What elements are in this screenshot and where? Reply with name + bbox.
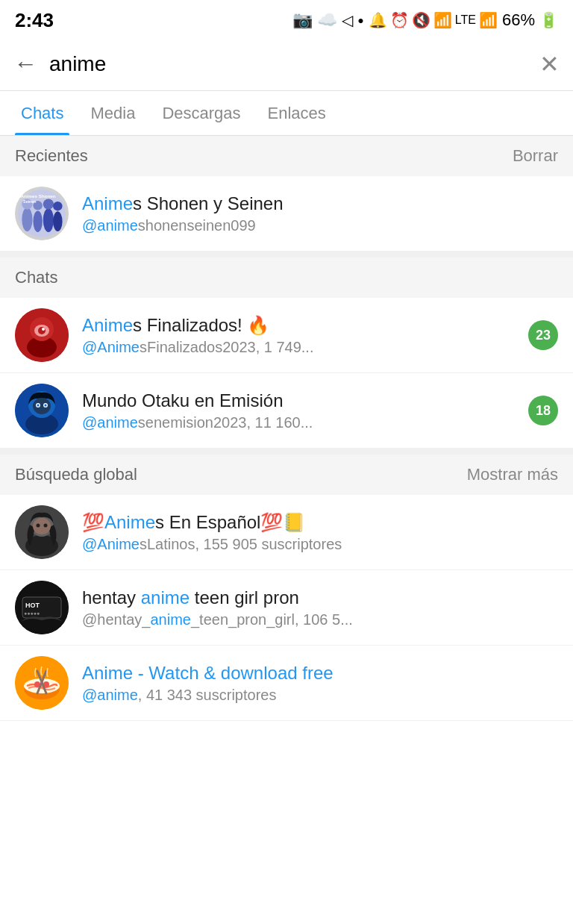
tab-chats[interactable]: Chats (7, 92, 77, 135)
bell-icon: 🔔 (369, 11, 387, 29)
tab-descargas[interactable]: Descargas (148, 92, 254, 135)
svg-point-20 (33, 398, 51, 414)
chats-header: Chats (0, 257, 573, 298)
chats-divider (0, 252, 573, 257)
avatar-otaku (15, 384, 69, 437)
svg-point-28 (33, 518, 51, 534)
avatar-bowl (15, 656, 69, 710)
finalizados-sub: @AnimesFinalizados2023, 1 749... (82, 339, 521, 356)
avatar-hentay: HOT ●●●●● (15, 581, 69, 634)
svg-point-6 (43, 199, 54, 209)
espanol-sub: @AnimesLatinos, 155 905 suscriptores (82, 536, 558, 553)
tabs-bar: Chats Media Descargas Enlaces (0, 91, 573, 136)
avatar-shonen: Animes Shonen Seinen (15, 187, 69, 240)
list-item-anime-watch[interactable]: Anime - Watch & download free @anime, 41… (0, 646, 573, 721)
list-item-shonen[interactable]: Animes Shonen Seinen Animes Shonen y Sei… (0, 176, 573, 252)
shonen-sub: @animeshonenseinen099 (82, 217, 558, 234)
battery-icon: 🔋 (539, 11, 558, 29)
global-search-header: Búsqueda global Mostrar más (0, 455, 573, 495)
svg-point-23 (37, 405, 40, 407)
shonen-content: Animes Shonen y Seinen @animeshonenseine… (82, 193, 558, 234)
anime-watch-content: Anime - Watch & download free @anime, 41… (82, 663, 558, 704)
svg-text:HOT: HOT (25, 602, 40, 609)
shonen-avatar-image: Animes Shonen Seinen (18, 187, 66, 240)
battery-level: 66% (502, 10, 535, 30)
otaku-name: Mundo Otaku en Emisión (82, 390, 521, 411)
otaku-avatar-image (15, 384, 69, 437)
finalizados-avatar-image (15, 308, 69, 362)
search-bar: ← ✕ (0, 37, 573, 91)
anime-watch-name: Anime - Watch & download free (82, 663, 558, 684)
chats-title: Chats (15, 268, 57, 287)
list-item-hentay[interactable]: HOT ●●●●● hentay anime teen girl pron @h… (0, 570, 573, 646)
status-time: 2:43 (15, 9, 54, 32)
svg-point-24 (45, 405, 47, 407)
list-item-finalizados[interactable]: Animes Finalizados! 🔥 @AnimesFinalizados… (0, 298, 573, 373)
avatar-100animes (15, 505, 69, 559)
list-item-espanol[interactable]: 💯Animes En Español💯📒 @AnimesLatinos, 155… (0, 495, 573, 570)
hentay-avatar-image: HOT ●●●●● (15, 581, 69, 634)
hentay-content: hentay anime teen girl pron @hentay_anim… (82, 587, 558, 628)
mostrar-mas-button[interactable]: Mostrar más (467, 465, 558, 484)
recientes-title: Recientes (15, 146, 88, 166)
camera-icon: 📷 (292, 10, 313, 30)
finalizados-content: Animes Finalizados! 🔥 @AnimesFinalizados… (82, 315, 521, 356)
back-button[interactable]: ← (13, 50, 37, 78)
hentay-sub: @hentay_anime_teen_pron_girl, 106 5... (82, 611, 558, 628)
search-input-wrapper[interactable] (49, 52, 527, 76)
search-input[interactable] (49, 52, 527, 76)
svg-point-30 (44, 524, 48, 528)
espanol-name: 💯Animes En Español💯📒 (82, 512, 558, 533)
borrar-button[interactable]: Borrar (513, 146, 558, 166)
finalizados-badge: 23 (528, 320, 558, 350)
tab-enlaces[interactable]: Enlaces (254, 92, 339, 135)
svg-text:Animes Shonen: Animes Shonen (21, 193, 56, 199)
avatar-finalizados (15, 308, 69, 362)
espanol-avatar-image (15, 505, 69, 559)
svg-point-5 (43, 208, 54, 232)
svg-text:Seinen: Seinen (23, 199, 36, 204)
hentay-name: hentay anime teen girl pron (82, 587, 558, 608)
espanol-content: 💯Animes En Español💯📒 @AnimesLatinos, 155… (82, 512, 558, 553)
global-divider (0, 449, 573, 455)
mute-icon: 🔇 (412, 11, 430, 29)
alarm-icon: ⏰ (390, 11, 409, 29)
dot-icon: ● (357, 14, 363, 26)
clear-button[interactable]: ✕ (539, 50, 560, 78)
svg-point-29 (37, 524, 40, 528)
svg-point-1 (22, 207, 32, 231)
anime-watch-sub: @anime, 41 343 suscriptores (82, 687, 558, 704)
tab-media[interactable]: Media (77, 92, 148, 135)
finalizados-name: Animes Finalizados! 🔥 (82, 315, 521, 336)
recientes-header: Recientes Borrar (0, 136, 573, 176)
cloud-icon: ☁️ (317, 10, 337, 30)
shonen-name: Animes Shonen y Seinen (82, 193, 558, 214)
bowl-avatar-image (15, 656, 69, 710)
svg-point-16 (42, 328, 45, 331)
wifi-icon: 📶 (433, 11, 452, 29)
svg-point-7 (53, 211, 62, 231)
otaku-sub: @animesenemision2023, 11 160... (82, 414, 521, 431)
signal-icon: 📶 (479, 11, 498, 29)
svg-text:●●●●●: ●●●●● (24, 611, 40, 616)
otaku-badge: 18 (528, 396, 558, 425)
status-bar: 2:43 📷 ☁️ ◁ ● 🔔 ⏰ 🔇 📶 LTE 📶 66% 🔋 (0, 0, 573, 37)
svg-point-15 (38, 327, 46, 334)
global-search-title: Búsqueda global (15, 465, 137, 484)
lte-icon: LTE (455, 13, 476, 27)
list-item-otaku[interactable]: Mundo Otaku en Emisión @animesenemision2… (0, 373, 573, 449)
otaku-content: Mundo Otaku en Emisión @animesenemision2… (82, 390, 521, 431)
svg-point-8 (53, 202, 62, 210)
status-icons: 📷 ☁️ ◁ ● 🔔 ⏰ 🔇 📶 LTE 📶 66% 🔋 (292, 10, 558, 30)
send-icon: ◁ (342, 11, 353, 29)
svg-point-3 (33, 210, 42, 231)
